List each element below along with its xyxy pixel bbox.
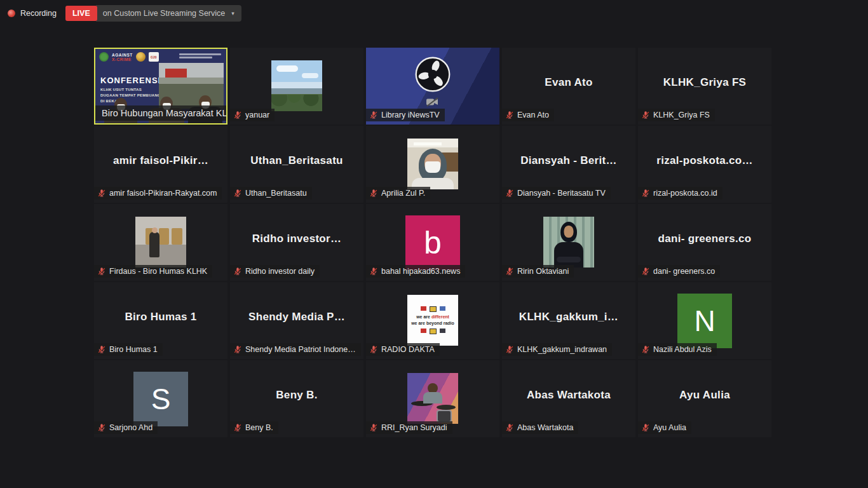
participant-tile-rri-ryan[interactable]: RRI_Ryan Suryadi [366,360,499,437]
participant-label: Diansyah - Beritasatu TV [502,187,611,200]
participant-label: Abas Wartakota [502,421,578,434]
participant-label: bahal hipakad63.news [366,265,465,278]
participant-label-text: Firdaus - Biro Humas KLHK [109,267,207,276]
g20-logo: G20 [149,52,159,62]
participant-tile-amir-faisol[interactable]: amir faisol-Pikir… amir faisol-Pikiran-R… [94,126,227,203]
avatar-letter: N [677,294,732,348]
avatar-photo-landscape [271,60,322,111]
participant-label: Evan Ato [502,109,554,121]
participant-tile-diansyah[interactable]: Diansyah - Berit… Diansyah - Beritasatu … [502,126,635,203]
participant-label-text: rizal-poskota.co.id [653,189,717,198]
participant-label: Aprilia Zul P. [366,187,430,200]
participant-tile-uthan[interactable]: Uthan_Beritasatu Uthan_Beritasatu [230,126,363,203]
chevron-down-icon: ▾ [231,10,234,17]
participant-label-text: Beny B. [245,423,273,432]
participant-label-text: Ridho investor daily [245,267,315,276]
camera-off-icon [426,97,440,109]
participant-tile-biro-hubungan-klhk[interactable]: AGAINSTX-CRIME G20 KONFERENSI PERS KLHK … [94,48,227,125]
participant-label: RADIO DAKTA [366,343,440,356]
participant-tile-ririn[interactable]: Ririn Oktaviani [502,204,635,281]
participant-tile-ridho[interactable]: Ridho investor… Ridho investor daily [230,204,363,281]
mic-muted-icon [233,345,242,354]
participant-tile-rizal[interactable]: rizal-poskota.co… rizal-poskota.co.id [638,126,771,203]
mic-muted-icon [233,267,242,276]
participant-tile-beny[interactable]: Beny B. Beny B. [230,360,363,437]
participant-tile-library-inewstv[interactable]: Library iNewsTV [366,48,499,125]
mic-muted-icon [233,189,242,198]
participant-label: Uthan_Beritasatu [230,187,312,200]
participant-label: Ririn Oktaviani [502,265,574,278]
participant-tile-shendy[interactable]: Shendy Media P… Shendy Media Patriot Ind… [230,282,363,359]
participant-label-text: Ririn Oktaviani [517,267,569,276]
participant-label: KLHK_gakkum_indrawan [502,343,612,356]
mic-muted-icon [505,189,514,198]
participant-label: Firdaus - Biro Humas KLHK [94,265,212,278]
ministry-header-decoration [179,53,221,60]
participant-tile-biro-humas-1[interactable]: Biro Humas 1 Biro Humas 1 [94,282,227,359]
participant-tile-dani[interactable]: dani- greeners.co dani- greeners.co [638,204,771,281]
mic-muted-icon [505,267,514,276]
participant-label: RRI_Ryan Suryadi [366,421,452,434]
participant-tile-abas[interactable]: Abas Wartakota Abas Wartakota [502,360,635,437]
participant-label: dani- greeners.co [638,265,720,278]
participant-grid: AGAINSTX-CRIME G20 KONFERENSI PERS KLHK … [94,48,771,437]
police-badge-icon [136,52,146,62]
participant-label-text: Ayu Aulia [653,423,686,432]
recording-label: Recording [20,9,57,18]
participant-tile-bahal[interactable]: b bahal hipakad63.news [366,204,499,281]
participant-label-text: KLHK_Griya FS [653,111,710,119]
participant-label-text: Library iNewsTV [381,111,440,119]
participant-tile-ayu[interactable]: Ayu Aulia Ayu Aulia [638,360,771,437]
participant-tile-yanuar[interactable]: yanuar [230,48,363,125]
mic-muted-icon [505,111,514,119]
avatar-letter: b [405,215,460,270]
participant-label-text: RADIO DAKTA [381,345,435,354]
mic-muted-icon [369,423,378,432]
participant-label-text: dani- greeners.co [653,267,715,276]
mic-muted-icon [369,345,378,354]
avatar-photo-person [135,217,186,268]
participant-tile-klhk-griya[interactable]: KLHK_Griya FS KLHK_Griya FS [638,48,771,125]
mic-muted-icon [233,423,242,432]
press-conference-subtitle: KLHK USUT TUNTAS [100,88,142,92]
participant-label: Ayu Aulia [638,421,691,434]
avatar-photo-person [543,217,594,268]
participant-tile-gakkum[interactable]: KLHK_gakkum_i… KLHK_gakkum_indrawan [502,282,635,359]
avatar-photo-person [407,373,458,424]
participant-label-text: KLHK_gakkum_indrawan [517,345,607,354]
participant-label: amir faisol-Pikiran-Rakyat.com [94,187,222,200]
participant-tile-nazili[interactable]: N Nazili Abdul Azis [638,282,771,359]
meeting-window: { "topbar": { "recording_label": "Record… [0,0,868,488]
mic-muted-icon [233,111,242,119]
participant-label: Nazili Abdul Azis [638,343,717,356]
mic-muted-icon [369,189,378,198]
mic-muted-icon [369,267,378,276]
live-stream-dropdown[interactable]: on Custom Live Streaming Service ▾ [96,5,241,22]
mic-muted-icon [641,267,650,276]
participant-tile-radio-dakta[interactable]: we are different we are beyond radio RAD… [366,282,499,359]
mic-muted-icon [97,423,106,432]
participant-label: Biro Humas 1 [94,343,163,356]
participant-label-text: bahal hipakad63.news [381,267,460,276]
participant-label: KLHK_Griya FS [638,109,715,121]
meeting-topbar: Recording LIVE on Custom Live Streaming … [8,5,241,22]
participant-label-text: Uthan_Beritasatu [245,189,307,198]
participant-tile-aprilia[interactable]: Aprilia Zul P. [366,126,499,203]
participant-label: Sarjono Ahd [94,421,158,434]
logo-row: AGAINSTX-CRIME G20 [99,52,159,62]
participant-label-text: Evan Ato [517,111,549,119]
mic-muted-icon [505,423,514,432]
participant-tile-sarjono[interactable]: S Sarjono Ahd [94,360,227,437]
mic-muted-icon [641,189,650,198]
mic-muted-icon [97,267,106,276]
participant-label: Biro Hubungan Masyarakat KLHK [95,105,226,121]
participant-label-text: Shendy Media Patriot Indone… [245,345,356,354]
participant-label-text: RRI_Ryan Suryadi [381,423,447,432]
participant-tile-evan-ato[interactable]: Evan Ato Evan Ato [502,48,635,125]
participant-label-text: Biro Hubungan Masyarakat KLHK [102,108,226,118]
participant-tile-firdaus[interactable]: Firdaus - Biro Humas KLHK [94,204,227,281]
obs-logo-icon [414,56,451,95]
mic-muted-icon [97,189,106,198]
participant-label: Beny B. [230,421,278,434]
participant-label: Ridho investor daily [230,265,320,278]
